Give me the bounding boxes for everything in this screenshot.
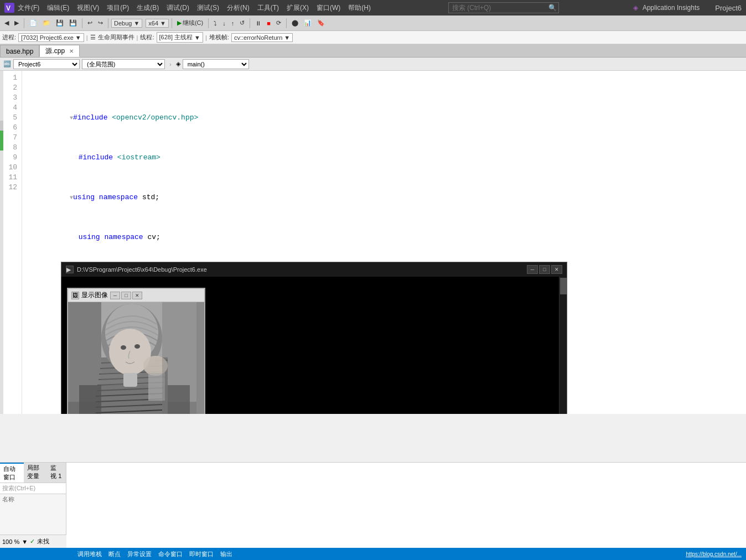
line-num-8: 8 [4,143,17,153]
opencv-minimize-button[interactable]: ─ [110,292,120,299]
title-bar-menus: 文件(F) 编辑(E) 视图(V) 项目(P) 生成(B) 调试(D) 测试(S… [14,2,374,14]
menu-extensions[interactable]: 扩展(X) [283,2,312,14]
menu-file[interactable]: 文件(F) [14,2,43,14]
function-selector[interactable]: main() [183,59,249,69]
restart-button[interactable]: ↺ [237,18,247,28]
debug-config-label: Debug [114,20,132,27]
search-label: 搜索(Ctrl+E) [2,485,35,491]
new-file-button[interactable]: 📄 [27,18,39,28]
chevron-down-icon: ▼ [133,20,139,27]
project-selector[interactable]: Project6 [13,59,80,69]
console-maximize-button[interactable]: □ [539,265,550,274]
open-button[interactable]: 📁 [40,18,53,28]
zoom-area: 100 % ▼ ✓ 未找 [0,535,66,548]
process-dropdown[interactable]: [7032] Project6.exe ▼ [18,33,84,42]
tab-source-cpp[interactable]: 源.cpp ✕ [39,45,80,57]
title-bar: V 文件(F) 编辑(E) 视图(V) 项目(P) 生成(B) 调试(D) 测试… [0,0,746,15]
back-button[interactable]: ◀ [2,18,11,28]
menu-tools[interactable]: 工具(T) [254,2,282,14]
line-num-3: 3 [4,93,17,103]
opencv-window: 🖼 显示图像 ─ □ ✕ [67,288,205,414]
save-all-button[interactable]: 💾 [67,18,79,28]
toolbar-separator-5 [208,18,209,28]
line-num-11: 11 [4,173,17,183]
toolbar-separator-7 [286,18,287,28]
svg-rect-27 [162,302,196,414]
search-input[interactable] [448,2,559,13]
menu-help[interactable]: 帮助(H) [345,2,374,14]
step-over-button[interactable]: ⤵ [211,19,219,28]
opencv-close-button[interactable]: ✕ [132,292,142,299]
svg-text:V: V [6,4,11,12]
code-line-1: ▼#include <opencv2/opencv.hpp> [27,103,742,113]
opencv-titlebar: 🖼 显示图像 ─ □ ✕ [68,289,204,302]
continue-button[interactable]: ▶ 继续(C) [175,18,205,28]
line-num-10: 10 [4,163,17,173]
redo-button[interactable]: ↪ [96,18,105,28]
status-link-output[interactable]: 输出 [220,550,232,558]
tab-locals[interactable]: 局部变量 [24,463,48,483]
bookmark-button[interactable]: 🔖 [315,18,327,28]
bottom-area: 自动窗口 局部变量 监视 1 搜索(Ctrl+E) 名称 [0,462,746,548]
console-scrollbar[interactable] [559,277,567,414]
hot-reload-button[interactable]: ⟳ [274,18,283,28]
line-num-4: 4 [4,103,17,113]
menu-build[interactable]: 生成(B) [133,2,162,14]
platform-dropdown[interactable]: x64 ▼ [146,19,169,28]
status-link-immediate[interactable]: 即时窗口 [189,550,214,558]
code-line-3: ▼using namespace std; [27,183,742,193]
thread-dropdown[interactable]: [628] 主线程 ▼ [157,32,203,43]
toolbar-separator-6 [250,18,250,28]
status-link-exceptions[interactable]: 异常设置 [127,550,152,558]
application-insights-label[interactable]: Application Insights [643,4,700,12]
menu-window[interactable]: 窗口(W) [313,2,344,14]
menu-analyze[interactable]: 分析(N) [224,2,253,14]
debug-config-dropdown[interactable]: Debug ▼ [111,19,142,28]
console-scroll-thumb[interactable] [560,278,567,294]
tab-watch1[interactable]: 监视 1 [47,463,66,483]
search-icon: 🔍 [548,4,557,12]
execution-indicator [0,131,3,141]
toolbar-separator-2 [82,18,82,28]
opencv-maximize-button[interactable]: □ [121,292,131,299]
stack-dropdown[interactable]: cv::errorNoReturn ▼ [231,33,293,42]
menu-edit[interactable]: 编辑(E) [44,2,72,14]
console-close-button[interactable]: ✕ [551,265,562,274]
tab-close-icon[interactable]: ✕ [69,48,74,54]
vs-logo-icon: V [4,3,14,13]
zoom-dropdown-icon[interactable]: ▼ [22,538,28,545]
step-into-button[interactable]: ↓ [220,19,228,28]
step-out-button[interactable]: ↑ [229,19,237,28]
diag-button[interactable]: 📊 [302,18,314,28]
menu-project[interactable]: 项目(P) [103,2,132,14]
status-url[interactable]: https://blog.csdn.net/... [686,551,742,557]
scope-selector[interactable]: (全局范围) [82,59,165,69]
tab-base-hpp[interactable]: base.hpp [0,45,39,57]
title-label: Project6 [715,4,742,12]
left-panel-search-area: 搜索(Ctrl+E) [0,483,66,494]
main-toolbar: ◀ ▶ 📄 📁 💾 💾 ↩ ↪ Debug ▼ x64 ▼ ▶ 继续(C) ⤵ … [0,15,746,31]
svg-point-21 [121,345,126,350]
breakpoint-button[interactable]: ⬤ [289,18,301,28]
play-icon: ▶ [177,19,182,27]
stop-button[interactable]: ■ [265,19,273,28]
console-minimize-button[interactable]: ─ [527,265,538,274]
opencv-window-controls: ─ □ ✕ [110,292,142,299]
status-link-command[interactable]: 命令窗口 [158,550,183,558]
status-link-callstack[interactable]: 调用堆栈 [77,550,102,558]
undo-button[interactable]: ↩ [85,18,95,28]
pause-button[interactable]: ⏸ [253,19,263,28]
console-titlebar: ▶ D:\VSProgram\Project6\x64\Debug\Projec… [61,262,567,277]
line-num-1: 1 [4,73,17,83]
left-panel-tabs: 自动窗口 局部变量 监视 1 [0,463,66,483]
status-link-breakpoints[interactable]: 断点 [108,550,121,558]
menu-view[interactable]: 视图(V) [74,2,102,14]
save-button[interactable]: 💾 [54,18,66,28]
menu-debug[interactable]: 调试(D) [163,2,193,14]
tab-auto-window[interactable]: 自动窗口 [0,463,24,483]
forward-button[interactable]: ▶ [12,18,21,28]
platform-label: x64 [148,20,158,27]
status-text: 未找 [37,537,49,546]
console-icon: ▶ [66,266,74,273]
menu-test[interactable]: 测试(S) [194,2,222,14]
